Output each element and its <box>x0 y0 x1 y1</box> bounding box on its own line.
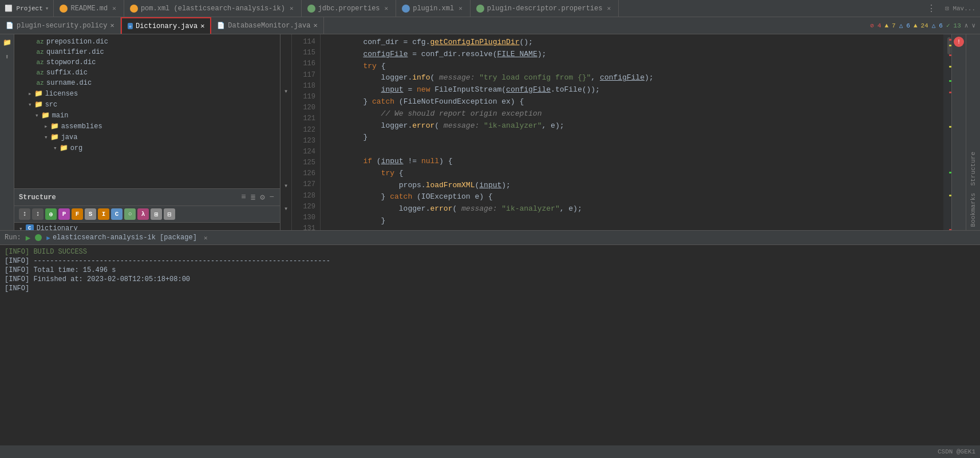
structure-header: Structure ≡ ≣ ⚙ − <box>14 189 280 206</box>
nav-up[interactable]: ∧ <box>965 22 969 29</box>
sort-type-icon[interactable]: ↕ <box>32 208 44 220</box>
tab-jdbc-close[interactable]: ✕ <box>383 4 390 13</box>
struct-class-name: Dictionary <box>37 224 78 230</box>
project-panel: az preposition.dic az quantifier.dic az … <box>14 34 280 189</box>
tab-dbmonitor-close[interactable]: ✕ <box>313 21 317 30</box>
run-tab-icon: ▶ <box>46 234 50 242</box>
sort-alpha-icon[interactable]: ↕ <box>19 208 30 220</box>
filter-teal-btn[interactable]: ○ <box>124 208 136 220</box>
minimize-btn[interactable]: − <box>268 191 275 203</box>
bookmarks-side-label[interactable]: Bookmarks <box>969 189 978 230</box>
tree-main[interactable]: ▾ 📁 main <box>14 110 280 121</box>
scroll-error-3 <box>949 92 951 93</box>
tree-stopword[interactable]: az stopword.dic <box>14 57 280 68</box>
expand-all-btn[interactable]: ⊞ <box>151 208 162 220</box>
tree-quantifier-label: quantifier.dic <box>46 48 104 56</box>
tab-readme-label: README.md <box>70 5 108 13</box>
tab-dictionary[interactable]: ☕ Dictionary.java ✕ <box>121 17 212 34</box>
code-line-115: configFile = conf_dir.resolve(FILE_NAME)… <box>327 49 943 61</box>
tree-surname[interactable]: az surname.dic <box>14 78 280 88</box>
tab-security-label: plugin-security.policy <box>17 22 107 30</box>
tree-quantifier[interactable]: az quantifier.dic <box>14 47 280 57</box>
plugin-icon <box>402 5 410 13</box>
java-expand: ▾ <box>44 133 48 141</box>
tab-plugin-close[interactable]: ✕ <box>457 4 464 13</box>
filter-green-btn[interactable]: ⊕ <box>45 208 57 220</box>
tree-suffix[interactable]: az suffix.dic <box>14 68 280 78</box>
error-count: 4 <box>878 22 882 29</box>
tab-dictionary-label: Dictionary.java <box>136 22 197 30</box>
tabs-overflow[interactable]: ⋮ <box>922 3 941 14</box>
fold-124[interactable]: ▾ <box>280 181 291 192</box>
filter-gray-btn[interactable]: S <box>85 208 96 220</box>
structure-icons-row: ↕ ↕ ⊕ P F S I C ○ λ ⊞ ⊟ <box>14 206 280 223</box>
tree-preposition[interactable]: az preposition.dic <box>14 37 280 47</box>
org-expand: ▾ <box>53 144 57 152</box>
folder-icon-main: 📁 <box>41 111 50 120</box>
tab-security-close[interactable]: ✕ <box>110 21 114 30</box>
code-line-117: logger.info( message: "try load config f… <box>327 72 943 84</box>
project-icon[interactable]: 📁 <box>1 37 13 49</box>
tree-assemblies[interactable]: ▸ 📁 assemblies <box>14 121 280 132</box>
commit-icon[interactable]: ⬆ <box>3 51 10 63</box>
tab-pom-close[interactable]: ✕ <box>288 4 295 13</box>
tab-jdbc[interactable]: jdbc.properties ✕ <box>302 0 397 17</box>
sort-btn[interactable]: ≣ <box>250 191 256 203</box>
tab-security[interactable]: 📄 plugin-security.policy ✕ <box>0 17 121 34</box>
tree-stopword-label: stopword.dic <box>46 58 96 66</box>
mini-scrollbar[interactable] <box>943 34 951 230</box>
tab-dictionary-close[interactable]: ✕ <box>200 22 204 30</box>
settings-btn[interactable]: ⚙ <box>259 191 266 203</box>
tab-readme-close[interactable]: ✕ <box>110 4 118 13</box>
tab-plugindesc-close[interactable]: ✕ <box>605 4 612 13</box>
collapse-all-btn[interactable]: ⊟ <box>164 208 175 220</box>
code-line-129: } <box>327 215 943 227</box>
status-bar: CSDN @GEK1 <box>0 445 980 458</box>
tab-plugindesc[interactable]: plugin-descriptor.properties ✕ <box>471 0 619 17</box>
filter-inherit-btn[interactable]: I <box>98 208 109 220</box>
tab-readme[interactable]: README.md ✕ <box>54 0 124 17</box>
run-tab-label[interactable]: ▶ elasticsearch-analysis-ik [package] <box>46 234 197 242</box>
tree-java[interactable]: ▾ 📁 java <box>14 132 280 143</box>
nav-down[interactable]: ∨ <box>971 22 975 29</box>
struct-class-dictionary[interactable]: ▾ C Dictionary <box>14 223 280 230</box>
folder-icon-org: 📁 <box>60 144 68 152</box>
tree-org[interactable]: ▾ 📁 org <box>14 143 280 153</box>
tab-pom-label: pom.xml (elasticsearch-analysis-ik) <box>141 5 285 13</box>
error-icon: ⊘ <box>870 22 874 29</box>
warn2-icon: △ <box>899 22 903 29</box>
dic-icon-suffix: az <box>36 69 44 77</box>
info2-count: 6 <box>939 22 943 29</box>
maximize-btn[interactable]: ⊡ Mav... <box>941 5 980 12</box>
project-tree: az preposition.dic az quantifier.dic az … <box>14 34 280 188</box>
filter-purple-btn[interactable]: P <box>58 208 70 220</box>
filter-pink-btn[interactable]: λ <box>137 208 149 220</box>
run-tab-close[interactable]: ✕ <box>204 234 208 242</box>
tree-licenses[interactable]: ▸ 📁 licenses <box>14 88 280 99</box>
fold-126[interactable]: ▾ <box>280 204 291 215</box>
scroll-ok-2 <box>949 172 951 173</box>
tab-pom[interactable]: pom.xml (elasticsearch-analysis-ik) ✕ <box>124 0 302 17</box>
project-label: ⬜ Project <box>5 5 43 12</box>
info2-icon: △ <box>932 22 936 29</box>
scroll-error-1 <box>949 39 951 41</box>
filter-orange-btn[interactable]: F <box>72 208 83 220</box>
tab-dbmonitor[interactable]: 📄 DatabaseMonitor.java ✕ <box>211 17 323 34</box>
error-indicators: ⊘ 4 ▲ 7 △ 6 ▲ 24 △ 6 ✓ 13 ∧ ∨ <box>866 17 980 34</box>
code-editor[interactable]: conf_dir = cfg.getConfigInPluginDir(); c… <box>321 34 943 230</box>
tree-assemblies-label: assemblies <box>61 123 102 131</box>
notifications-icon[interactable]: ! <box>954 37 964 47</box>
fold-116[interactable]: ▾ <box>280 86 291 97</box>
tab-plugin[interactable]: plugin.xml ✕ <box>396 0 471 17</box>
warn1-count: 7 <box>892 22 896 29</box>
code-line-116: try { <box>327 61 943 73</box>
run-play-btn[interactable]: ▶ <box>26 233 30 243</box>
filter-blue-btn[interactable]: C <box>111 208 122 220</box>
structure-side-label[interactable]: Structure <box>969 148 978 189</box>
dictionary-java-icon: ☕ <box>128 23 133 29</box>
dic-icon-quantifier: az <box>36 48 44 56</box>
sort-alpha-btn[interactable]: ≡ <box>240 191 247 203</box>
project-header[interactable]: ⬜ Project ▾ <box>0 0 54 17</box>
tab-jdbc-label: jdbc.properties <box>318 5 380 13</box>
tree-src[interactable]: ▾ 📁 src <box>14 99 280 110</box>
